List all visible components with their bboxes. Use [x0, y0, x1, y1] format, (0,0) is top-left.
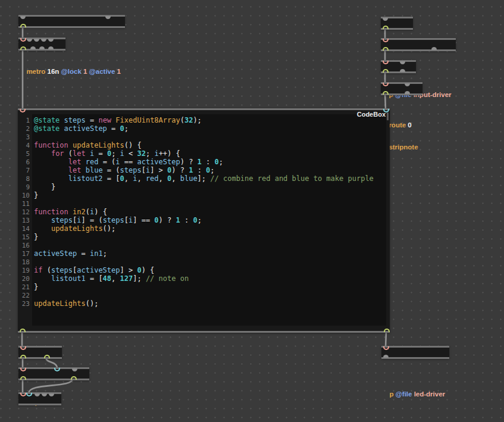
codebox-code[interactable]: 1@state steps = new FixedUint8Array(32);… — [18, 116, 386, 308]
code-token: let — [68, 166, 82, 174]
object-attr: @lock — [61, 68, 82, 75]
line-number: 11 — [18, 200, 34, 208]
inlet[interactable] — [34, 39, 39, 42]
inlet-hot-connected[interactable] — [20, 368, 26, 371]
outlet[interactable] — [48, 46, 54, 49]
code-token: for — [51, 149, 64, 158]
line-number: 2 — [18, 125, 34, 133]
code-line[interactable]: 5 for (let i = 0; i < 32; i++) { — [18, 149, 386, 158]
outlet-connected[interactable] — [383, 69, 389, 73]
code-line[interactable]: 23updateLights(); — [18, 299, 386, 308]
inlet[interactable] — [27, 39, 32, 42]
outlet-band — [18, 404, 61, 405]
code-line[interactable]: 13 steps[i] = (steps[i] == 0) ? 1 : 0; — [18, 216, 386, 224]
outlet[interactable] — [400, 69, 405, 72]
outlet-connected[interactable] — [44, 355, 50, 358]
inlet[interactable] — [400, 61, 405, 64]
code-line[interactable]: 9 } — [18, 183, 386, 191]
object-box-route[interactable]: route 0 — [381, 60, 416, 73]
inlet[interactable] — [20, 16, 26, 19]
code-line[interactable]: 19if (steps[activeStep] > 0) { — [18, 266, 386, 274]
inlet-cold-connected[interactable] — [54, 368, 60, 371]
object-box-metro[interactable]: metro 16n @lock 1 @active 1 — [18, 15, 125, 28]
outlet-connected[interactable] — [20, 24, 26, 27]
outlet[interactable] — [383, 355, 389, 358]
code-token: : — [180, 216, 193, 224]
outlet-connected[interactable] — [383, 91, 389, 95]
code-line[interactable]: 14 updateLights(); — [18, 224, 386, 233]
code-token: updateLights — [73, 141, 124, 149]
code-line[interactable]: 11 — [18, 199, 386, 208]
object-box-p-led-driver[interactable]: p @file led-driver — [381, 346, 449, 359]
code-line[interactable]: 6 let red = (i == activeStep) ? 1 : 0; — [18, 158, 386, 166]
code-line[interactable]: 10} — [18, 191, 386, 199]
object-box-midiin[interactable]: midiin — [381, 17, 413, 30]
code-line[interactable]: 17activeStep = in1; — [18, 249, 386, 258]
inlet-cold-connected[interactable] — [26, 393, 32, 396]
inlet-hot-connected[interactable] — [383, 39, 389, 42]
code-line[interactable]: 20 listout1 = [48, 127]; // note on — [18, 274, 386, 283]
code-token: 0 — [120, 174, 124, 183]
code-line[interactable]: 4function updateLights() { — [18, 141, 386, 149]
outlet[interactable] — [30, 46, 36, 49]
inlet-hot-connected[interactable] — [20, 38, 26, 42]
code-line[interactable]: 1@state steps = new FixedUint8Array(32); — [18, 116, 386, 124]
code-token: ( — [64, 149, 73, 158]
inlet[interactable] — [41, 39, 46, 42]
code-token — [68, 141, 73, 149]
inlet[interactable] — [42, 393, 47, 396]
object-box-makenote[interactable]: makenote 127 100 — [18, 367, 89, 380]
code-token: i — [77, 216, 81, 224]
outlet-connected[interactable] — [20, 355, 26, 358]
inlet-hot-connected[interactable] — [20, 346, 26, 350]
outlet-connected[interactable] — [20, 329, 26, 332]
outlet-connected[interactable] — [20, 376, 26, 380]
codebox-object[interactable]: CodeBox 1@state steps = new FixedUint8Ar… — [18, 108, 390, 333]
inlet[interactable] — [35, 393, 40, 396]
patch-cord[interactable] — [29, 379, 73, 393]
code-line[interactable]: 18 — [18, 258, 386, 266]
inlet-hot-connected[interactable] — [383, 83, 389, 86]
patch-cord[interactable] — [386, 332, 386, 347]
inlet-hot-connected[interactable] — [20, 109, 26, 112]
inlet[interactable] — [105, 16, 111, 19]
code-line[interactable]: 21} — [18, 283, 386, 291]
code-line[interactable]: 16 — [18, 241, 386, 249]
code-token: red — [86, 158, 99, 166]
code-line[interactable]: 2@state activeStep = 0; — [18, 124, 386, 133]
object-box-stripnote[interactable]: stripnote — [381, 82, 422, 95]
outlet-connected[interactable] — [383, 47, 389, 51]
outlet-connected[interactable] — [71, 376, 77, 380]
object-box-unpack[interactable]: unpack i i — [18, 346, 62, 359]
inlet[interactable] — [383, 18, 388, 21]
code-line[interactable]: 15} — [18, 233, 386, 241]
object-box-counter[interactable]: counter 31 — [18, 37, 65, 51]
object-box-p-input-driver[interactable]: p @file input-driver — [381, 38, 456, 51]
outlet-connected[interactable] — [20, 46, 26, 50]
code-token: ( — [86, 208, 90, 216]
inlet[interactable] — [49, 393, 54, 396]
code-line[interactable]: 12function in2(i) { — [18, 208, 386, 216]
outlet[interactable] — [431, 47, 437, 50]
outlet[interactable] — [405, 91, 410, 94]
inlet[interactable] — [72, 368, 77, 371]
code-line[interactable]: 7 let blue = (steps[i] > 0) ? 1 : 0; — [18, 166, 386, 174]
outlet[interactable] — [39, 46, 45, 49]
code-token: ; — [124, 124, 129, 133]
inlet[interactable] — [405, 83, 410, 86]
outlet-connected[interactable] — [383, 26, 389, 29]
object-box-noteout[interactable]: noteout 1 — [18, 392, 61, 405]
code-line[interactable]: 22 — [18, 291, 386, 299]
inlet-hot-connected[interactable] — [383, 346, 389, 350]
object-attr: @active — [89, 68, 115, 75]
inlet-hot-connected[interactable] — [383, 61, 389, 64]
inlet-hot-connected[interactable] — [20, 393, 26, 396]
code-line[interactable]: 8 listout2 = [0, i, red, 0, blue]; // co… — [18, 174, 386, 183]
code-token: ) { — [94, 208, 107, 216]
code-line[interactable]: 3 — [18, 133, 386, 141]
code-token: , — [159, 174, 167, 183]
inlet[interactable] — [48, 39, 54, 42]
max-patcher-canvas[interactable]: { "patcher": { "theme_colors": { "canvas… — [0, 0, 504, 422]
scrollbar-thumb[interactable] — [387, 112, 389, 120]
outlet-connected[interactable] — [384, 329, 390, 332]
